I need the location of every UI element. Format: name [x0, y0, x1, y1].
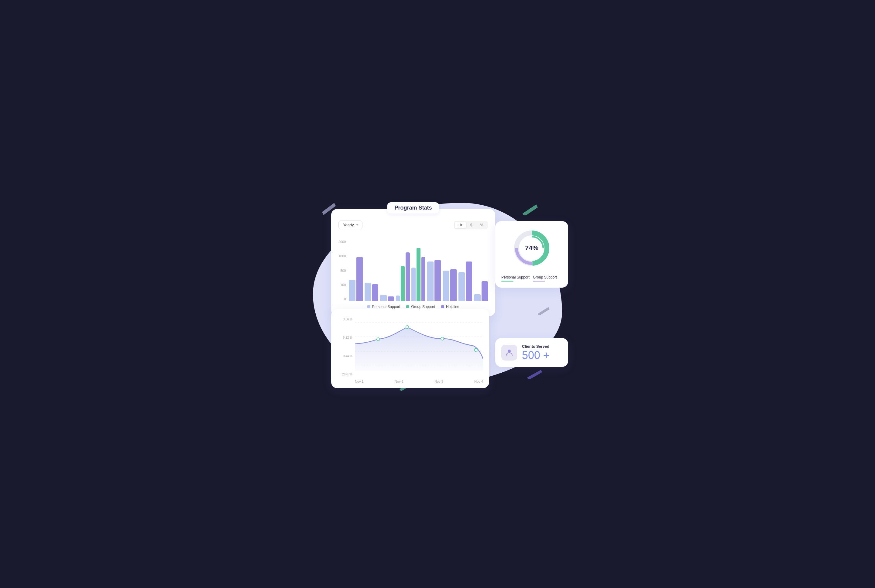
donut-legend-personal-label: Personal Support	[501, 275, 530, 279]
line-point-2	[406, 326, 409, 328]
bar-helpline-3	[388, 296, 394, 301]
legend-group-support: Group Support	[406, 304, 435, 309]
deco-bottom-right	[525, 368, 542, 379]
period-dropdown[interactable]: Yearly ▾	[338, 220, 362, 229]
y-label-0: 0	[338, 298, 346, 301]
bar-helpline-9	[482, 281, 488, 301]
bar-personal-4	[396, 296, 400, 301]
donut-percentage: 74%	[525, 244, 538, 252]
bar-personal-7	[443, 271, 449, 301]
line-y-label-2: 6.22 %	[337, 336, 353, 339]
bar-group-4	[401, 266, 405, 301]
line-x-label-1: Nov 1	[355, 380, 364, 383]
bar-group-1	[349, 257, 363, 301]
svg-point-4	[508, 350, 511, 352]
y-label-1000: 1000	[338, 255, 346, 258]
client-icon	[501, 345, 517, 360]
donut-legend-group: Group Support	[533, 275, 562, 282]
bar-group-9	[474, 281, 488, 301]
unit-percent-button[interactable]: %	[476, 222, 487, 228]
person-icon	[505, 348, 513, 357]
bar-helpline-2	[372, 284, 378, 301]
donut-legend: Personal Support Group Support	[501, 275, 562, 282]
donut-wrapper: 74%	[512, 228, 551, 268]
line-x-label-3: Nov 3	[434, 380, 443, 383]
bar-chart: 2000 1000 500 100 0	[338, 234, 488, 301]
legend-dot-personal	[367, 305, 370, 308]
dropdown-value: Yearly	[343, 223, 354, 227]
bar-group-3	[380, 295, 394, 301]
bar-personal-8	[458, 272, 465, 301]
bars-area	[349, 240, 488, 301]
legend-label-helpline: Helpline	[446, 304, 459, 309]
line-chart-card: 3.56 % 6.22 % 0.44 % 26.67%	[331, 309, 489, 388]
bar-helpline-5	[422, 257, 425, 301]
program-stats-card: Program Stats Yearly ▾ Hr $ % 2000 1000 …	[331, 209, 495, 316]
legend-dot-helpline	[441, 305, 444, 308]
bar-personal-5	[411, 268, 415, 301]
bar-personal-2	[365, 283, 371, 301]
donut-legend-group-line	[533, 280, 545, 282]
y-label-100: 100	[338, 284, 346, 287]
bar-group-8	[458, 261, 473, 301]
bar-helpline-7	[450, 269, 457, 301]
line-x-label-2: Nov 2	[395, 380, 404, 383]
bar-helpline-4	[405, 252, 410, 301]
line-x-labels: Nov 1 Nov 2 Nov 3 Nov 4	[355, 380, 483, 383]
donut-legend-personal-line	[501, 280, 513, 282]
bar-group-6	[427, 260, 441, 301]
donut-legend-group-label: Group Support	[533, 275, 557, 279]
bar-personal-9	[474, 294, 480, 301]
bar-group-s-5	[417, 248, 420, 301]
y-label-2000: 2000	[338, 240, 346, 244]
clients-served-count: 500 +	[522, 350, 549, 361]
dropdown-arrow-icon: ▾	[356, 223, 358, 226]
dashboard-scene: Program Stats Yearly ▾ Hr $ % 2000 1000 …	[301, 191, 574, 397]
bar-personal-6	[427, 261, 434, 301]
line-y-label-1: 3.56 %	[337, 318, 353, 321]
bar-personal-1	[349, 280, 355, 301]
donut-legend-personal: Personal Support	[501, 275, 530, 282]
bar-group-2	[365, 283, 378, 301]
bar-group-4	[396, 252, 410, 301]
line-chart-wrapper: 3.56 % 6.22 % 0.44 % 26.67%	[337, 316, 483, 377]
line-y-label-3: 0.44 %	[337, 354, 353, 358]
legend-label-group: Group Support	[411, 304, 435, 309]
chart-header: Yearly ▾ Hr $ %	[338, 220, 488, 229]
bar-helpline-8	[466, 261, 472, 301]
line-x-label-4: Nov 4	[474, 380, 483, 383]
legend-label-personal: Personal Support	[372, 304, 401, 309]
legend-personal-support: Personal Support	[367, 304, 401, 309]
bar-helpline-6	[434, 260, 441, 301]
bar-group-5	[411, 248, 425, 301]
clients-served-card: Clients Served 500 +	[495, 338, 568, 367]
deco-mid-right	[536, 306, 550, 315]
deco-top-right	[521, 203, 538, 215]
line-chart-svg	[355, 316, 483, 371]
unit-hr-button[interactable]: Hr	[455, 222, 466, 228]
donut-chart-card: 74% Personal Support Group Support	[495, 221, 568, 288]
line-point-3	[441, 337, 444, 340]
bar-personal-3	[380, 295, 386, 301]
clients-served-title: Clients Served	[522, 344, 549, 349]
bar-helpline-1	[356, 257, 363, 301]
bar-chart-legend: Personal Support Group Support Helpline	[338, 304, 488, 309]
legend-helpline: Helpline	[441, 304, 459, 309]
y-label-500: 500	[338, 269, 346, 272]
bar-chart-y-axis: 2000 1000 500 100 0	[338, 240, 346, 301]
program-stats-title: Program Stats	[387, 202, 439, 213]
line-y-axis: 3.56 % 6.22 % 0.44 % 26.67%	[337, 316, 353, 377]
unit-toggle-group: Hr $ %	[454, 221, 488, 229]
unit-dollar-button[interactable]: $	[467, 222, 476, 228]
line-point-4	[474, 348, 477, 351]
line-point-1	[377, 338, 380, 341]
bar-group-7	[443, 269, 457, 301]
client-info: Clients Served 500 +	[522, 344, 549, 361]
legend-dot-group	[406, 305, 409, 308]
line-y-label-4: 26.67%	[337, 373, 353, 376]
